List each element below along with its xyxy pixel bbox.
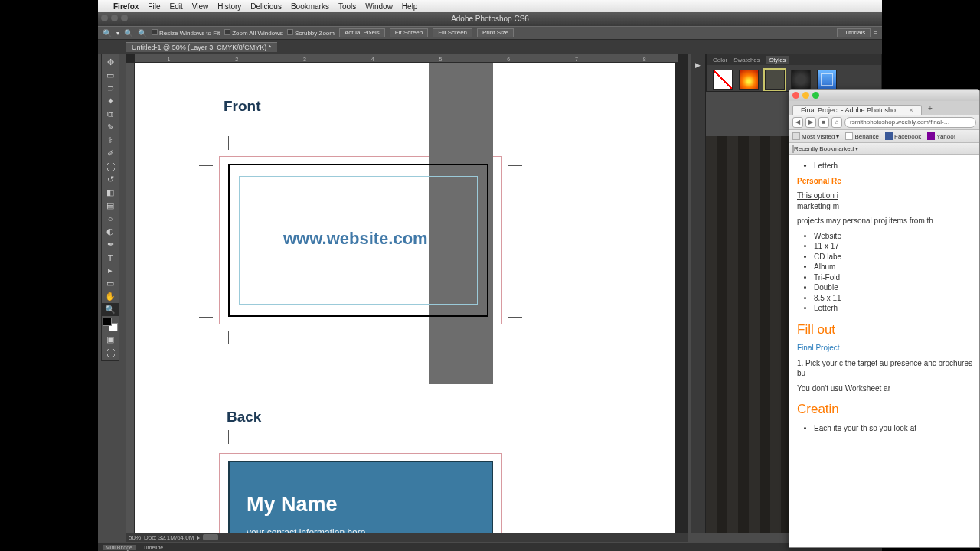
final-project-link[interactable]: Final Project xyxy=(797,344,840,352)
wand-tool-icon[interactable]: ✦ xyxy=(102,95,119,108)
zoom-level[interactable]: 50% xyxy=(129,534,141,541)
bookmark-most-visited[interactable]: Most Visited ▾ xyxy=(792,132,839,140)
back-card: My Name your contact information here xyxy=(228,461,493,533)
path-select-tool-icon[interactable]: ▸ xyxy=(102,264,119,277)
zoom-tool-icon[interactable]: 🔍 xyxy=(102,303,119,316)
menu-delicious[interactable]: Delicious xyxy=(250,2,282,11)
healing-tool-icon[interactable]: ⚕ xyxy=(102,134,119,147)
doc-size-status: Doc: 32.1M/64.0M xyxy=(144,534,194,541)
marquee-tool-icon[interactable]: ▭ xyxy=(102,69,119,82)
screenmode-icon[interactable]: ⛶ xyxy=(102,346,119,359)
tab-styles[interactable]: Styles xyxy=(766,56,789,64)
bookmark-facebook[interactable]: Facebook xyxy=(885,132,921,140)
ruler-mark: 5 xyxy=(439,57,442,62)
style-fire[interactable] xyxy=(739,70,759,90)
zoom-icon[interactable] xyxy=(812,92,819,99)
tutorials-button[interactable]: Tutorials xyxy=(837,28,871,37)
back-name-text: My Name xyxy=(247,493,475,517)
move-tool-icon[interactable]: ✥ xyxy=(102,56,119,69)
tab-color[interactable]: Color xyxy=(713,57,727,64)
stamp-tool-icon[interactable]: ⛶ xyxy=(102,160,119,173)
zoom-out-icon[interactable]: 🔍 xyxy=(138,29,147,37)
menu-help[interactable]: Help xyxy=(402,2,418,11)
foreground-color-swatch[interactable] xyxy=(103,318,112,326)
tab-close-icon[interactable]: × xyxy=(910,106,913,114)
ruler-mark: 7 xyxy=(575,57,578,62)
menu-bookmarks[interactable]: Bookmarks xyxy=(291,2,329,11)
resize-windows-checkbox[interactable] xyxy=(152,29,158,35)
list-item: 11 x 17 xyxy=(814,241,979,252)
close-icon[interactable] xyxy=(101,15,108,21)
browser-tab[interactable]: Final Project - Adobe Photosho… × xyxy=(792,105,922,115)
ruler-mark: 2 xyxy=(235,57,238,62)
shape-tool-icon[interactable]: ▭ xyxy=(102,277,119,290)
menu-history[interactable]: History xyxy=(217,2,241,11)
crop-tool-icon[interactable]: ⧉ xyxy=(102,108,119,121)
document-tab[interactable]: Untitled-1 @ 50% (Layer 3, CMYK/8/CMYK) … xyxy=(126,42,277,52)
h-scroll-thumb[interactable] xyxy=(203,534,218,540)
quickmask-icon[interactable]: ▣ xyxy=(102,333,119,346)
fill-screen-button[interactable]: Fill Screen xyxy=(433,28,472,37)
minimize-icon[interactable] xyxy=(111,15,118,21)
crop-mark xyxy=(508,461,522,461)
pen-tool-icon[interactable]: ✒ xyxy=(102,238,119,251)
print-size-button[interactable]: Print Size xyxy=(477,28,514,37)
gradient-tool-icon[interactable]: ▤ xyxy=(102,199,119,212)
style-vignette[interactable] xyxy=(791,70,811,90)
zoom-all-checkbox[interactable] xyxy=(224,29,230,35)
lasso-tool-icon[interactable]: ⊃ xyxy=(102,82,119,95)
tab-swatches[interactable]: Swatches xyxy=(733,57,760,64)
photoshop-window: Adobe Photoshop CS6 🔍 ▾ 🔍 🔍 Resize Windo… xyxy=(98,12,882,551)
close-icon[interactable] xyxy=(792,92,799,99)
canvas-area[interactable]: Front Back www.website.com xyxy=(135,63,678,533)
expand-panel-icon[interactable]: ▶ xyxy=(691,61,705,69)
brush-tool-icon[interactable]: ✐ xyxy=(102,147,119,160)
dodge-tool-icon[interactable]: ◐ xyxy=(102,225,119,238)
history-brush-tool-icon[interactable]: ↺ xyxy=(102,173,119,186)
eyedropper-tool-icon[interactable]: ✎ xyxy=(102,121,119,134)
menu-view[interactable]: View xyxy=(192,2,209,11)
zoom-icon[interactable] xyxy=(121,15,128,21)
style-none[interactable] xyxy=(713,70,733,90)
menu-file[interactable]: File xyxy=(148,2,160,11)
tools-panel: ✥ ▭ ⊃ ✦ ⧉ ✎ ⚕ ✐ ⛶ ↺ ◧ ▤ ○ ◐ ✒ T ▸ ▭ ✋ 🔍 … xyxy=(101,54,119,361)
url-input[interactable]: rsmithphotoshop.weebly.com/final-… xyxy=(844,117,976,128)
home-button[interactable]: ⌂ xyxy=(831,117,842,128)
active-app-name[interactable]: Firefox xyxy=(113,2,139,11)
eraser-tool-icon[interactable]: ◧ xyxy=(102,186,119,199)
firefox-titlebar[interactable] xyxy=(789,90,979,101)
artboard[interactable]: Front Back www.website.com xyxy=(135,63,675,533)
new-tab-button[interactable]: + xyxy=(925,104,936,115)
zoom-tool-icon[interactable]: 🔍 xyxy=(103,29,112,37)
list-item: 8.5 x 11 xyxy=(814,293,979,304)
mini-bridge-tab[interactable]: Mini Bridge xyxy=(103,545,136,550)
menu-edit[interactable]: Edit xyxy=(169,2,182,11)
type-tool-icon[interactable]: T xyxy=(102,251,119,264)
firefox-tabbar: Final Project - Adobe Photosho… × + xyxy=(789,101,979,115)
minimize-icon[interactable] xyxy=(802,92,809,99)
zoom-in-icon[interactable]: 🔍 xyxy=(124,29,133,37)
actual-pixels-button[interactable]: Actual Pixels xyxy=(339,28,385,37)
style-sky[interactable] xyxy=(817,70,837,90)
crop-mark xyxy=(199,317,213,318)
list-item: Letterh xyxy=(814,161,979,171)
crop-mark xyxy=(228,136,229,150)
bookmark-behance[interactable]: Behance xyxy=(845,132,879,140)
blur-tool-icon[interactable]: ○ xyxy=(102,212,119,225)
options-menu-icon[interactable]: ≡ xyxy=(874,30,877,37)
color-swatches[interactable] xyxy=(103,318,118,331)
timeline-tab[interactable]: Timeline xyxy=(143,545,163,550)
style-selected[interactable] xyxy=(765,70,785,90)
firefox-page-content[interactable]: Letterh Personal Re This option imarketi… xyxy=(789,155,979,547)
back-button[interactable]: ◀ xyxy=(792,117,803,128)
scrubby-checkbox[interactable] xyxy=(287,29,293,35)
hand-tool-icon[interactable]: ✋ xyxy=(102,290,119,303)
fit-screen-button[interactable]: Fit Screen xyxy=(390,28,428,37)
bookmark-recently[interactable]: Recently Bookmarked ▾ xyxy=(792,145,859,152)
reload-button[interactable]: ■ xyxy=(818,117,829,128)
menu-window[interactable]: Window xyxy=(365,2,393,11)
menu-tools[interactable]: Tools xyxy=(338,2,356,11)
bookmark-yahoo[interactable]: Yahoo! xyxy=(927,132,956,140)
crop-mark xyxy=(199,165,213,166)
forward-button[interactable]: ▶ xyxy=(805,117,816,128)
